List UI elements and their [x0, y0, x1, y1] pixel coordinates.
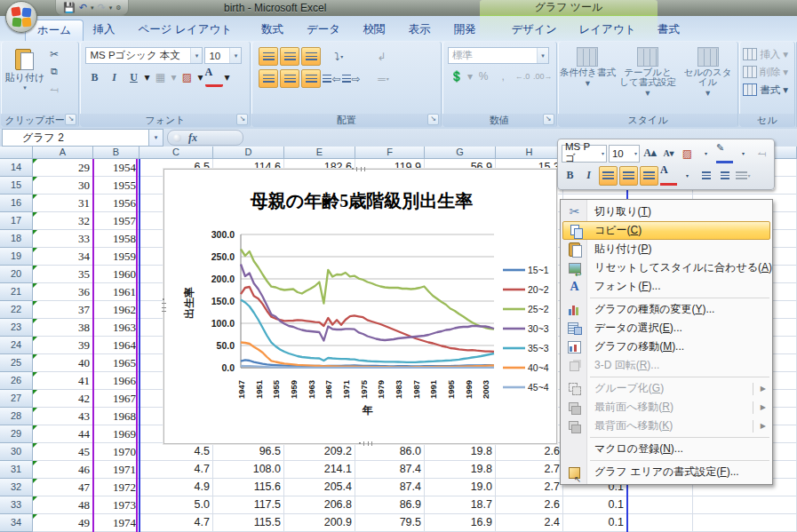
border-button[interactable]: ▦ [152, 69, 170, 86]
select-all-corner[interactable] [0, 147, 33, 159]
border-dropdown-icon[interactable]: ▾ [171, 71, 177, 83]
format-as-table-button[interactable]: テーブルとして書式設定 ▾ [619, 44, 676, 98]
row-header-26[interactable]: 26 [0, 372, 33, 390]
clipboard-dialog-launcher-icon[interactable]: ↘ [65, 114, 76, 125]
font-color-dropdown-icon[interactable]: ▾ [225, 71, 230, 83]
chart-bottom-handle[interactable] [358, 441, 374, 446]
cell-A27[interactable]: 42 [33, 390, 93, 408]
redo-dropdown-icon[interactable]: ▾ [109, 4, 113, 12]
currency-icon[interactable]: 💲 [448, 67, 466, 84]
column-header-D[interactable]: D [213, 147, 284, 159]
customize-qat-icon[interactable]: ⚙ [116, 4, 121, 12]
align-top-button[interactable] [259, 47, 278, 66]
cell-B30[interactable]: 1970 [93, 443, 139, 461]
row-header-17[interactable]: 17 [0, 212, 33, 230]
row-header-33[interactable]: 33 [0, 496, 33, 514]
cell-B15[interactable]: 1955 [93, 177, 139, 195]
cell-A30[interactable]: 45 [33, 443, 93, 461]
cell-H31[interactable]: 2.7 [496, 461, 563, 479]
row-header-20[interactable]: 20 [0, 266, 33, 283]
tab-1[interactable]: 挿入 [82, 20, 127, 40]
save-icon[interactable]: 💾 [63, 3, 76, 12]
cell-E32[interactable]: 205.4 [284, 479, 355, 496]
increase-decimal-icon[interactable]: ←.0 [514, 67, 531, 84]
cell-B22[interactable]: 1962 [93, 301, 139, 319]
name-box-dropdown-icon[interactable]: ▾ [149, 129, 163, 147]
cell-F32[interactable]: 87.4 [355, 479, 425, 496]
column-header-H[interactable]: H [496, 147, 563, 159]
mini-bullets-icon[interactable]: ▾ [735, 167, 752, 185]
column-header-E[interactable]: E [284, 147, 355, 159]
align-bottom-button[interactable] [301, 47, 321, 66]
tab-2[interactable]: ページ レイアウト [127, 20, 244, 40]
font-dialog-launcher-icon[interactable]: ↘ [236, 114, 248, 125]
cell-A19[interactable]: 34 [33, 248, 93, 266]
decrease-decimal-icon[interactable]: .00→ [533, 67, 553, 84]
mini-shrink-font-icon[interactable]: A▾ [660, 145, 677, 163]
cell-F30[interactable]: 86.0 [355, 443, 425, 461]
cell-G30[interactable]: 19.8 [425, 443, 496, 461]
cell-E33[interactable]: 206.8 [284, 496, 355, 514]
tab-5[interactable]: 校閲 [352, 20, 397, 40]
paste-dropdown-icon[interactable]: ▾ [23, 84, 27, 91]
row-header-21[interactable]: 21 [0, 283, 33, 301]
row-header-30[interactable]: 30 [0, 443, 33, 461]
insert-cells-button[interactable]: 挿入 ▾ [743, 46, 793, 62]
cell-B34[interactable]: 1974 [93, 514, 139, 532]
redo-icon[interactable]: ↷ [97, 3, 105, 12]
underline-button[interactable]: U [124, 69, 142, 86]
row-header-16[interactable]: 16 [0, 195, 33, 212]
cell-G31[interactable]: 19.8 [425, 461, 496, 479]
fill-color-icon[interactable]: ▨ [179, 69, 196, 86]
column-header-A[interactable]: A [33, 147, 93, 159]
cell-D34[interactable]: 115.5 [213, 514, 284, 532]
column-header-F[interactable]: F [355, 147, 425, 159]
row-header-19[interactable]: 19 [0, 248, 33, 266]
tab-9[interactable]: レイアウト [568, 20, 648, 40]
alignment-dialog-launcher-icon[interactable]: ↘ [427, 114, 439, 125]
conditional-formatting-button[interactable]: 条件付き書式 ▾ [559, 44, 616, 98]
row-header-14[interactable]: 14 [0, 159, 33, 177]
cell-B16[interactable]: 1956 [93, 195, 139, 212]
cell-A32[interactable]: 47 [33, 479, 93, 496]
tab-10[interactable]: 書式 [646, 20, 691, 40]
increase-indent-icon[interactable]: ⇨ [342, 70, 360, 87]
cell-C32[interactable]: 4.9 [139, 479, 213, 496]
row-header-27[interactable]: 27 [0, 390, 33, 408]
cell-B20[interactable]: 1960 [93, 266, 139, 283]
cell-K33[interactable] [693, 496, 797, 514]
cell-J33[interactable] [627, 496, 693, 514]
row-header-22[interactable]: 22 [0, 301, 33, 319]
formula-input-pill[interactable]: fx [167, 130, 243, 146]
wrap-text-button[interactable]: ↲ [372, 48, 390, 65]
format-painter-icon[interactable]: ⥚ [45, 81, 63, 98]
mini-format-painter-icon[interactable]: ⥚ [753, 145, 770, 163]
cell-A21[interactable]: 36 [33, 283, 93, 301]
cell-A14[interactable]: 29 [33, 159, 93, 177]
undo-dropdown-icon[interactable]: ▾ [91, 4, 94, 12]
fill-color-dropdown-icon[interactable]: ▾ [198, 71, 203, 83]
menu-item-0[interactable]: 切り取り(T) [562, 202, 771, 221]
cut-icon[interactable]: ✂ [45, 45, 63, 62]
row-header-28[interactable]: 28 [0, 408, 33, 425]
cell-A29[interactable]: 44 [33, 425, 93, 443]
cell-H33[interactable]: 2.6 [496, 496, 563, 514]
cell-D31[interactable]: 108.0 [213, 461, 284, 479]
name-box[interactable]: グラフ 2 [2, 129, 149, 147]
cell-A25[interactable]: 40 [33, 354, 93, 372]
menu-item-7[interactable]: データの選択(E)... [562, 319, 771, 337]
cell-B26[interactable]: 1966 [93, 372, 139, 390]
orientation-button[interactable]: ⤵▾ [330, 48, 347, 65]
cell-D30[interactable]: 96.5 [213, 443, 284, 461]
cell-A23[interactable]: 38 [33, 319, 93, 337]
cell-B33[interactable]: 1973 [93, 496, 139, 514]
cell-G34[interactable]: 16.9 [425, 514, 496, 532]
delete-cells-button[interactable]: 削除 ▾ [743, 64, 793, 80]
cell-B21[interactable]: 1961 [93, 283, 139, 301]
cell-E34[interactable]: 200.9 [284, 514, 355, 532]
cell-B28[interactable]: 1968 [93, 408, 139, 425]
cell-J34[interactable] [627, 514, 693, 532]
row-header-29[interactable]: 29 [0, 425, 33, 443]
cell-F31[interactable]: 87.4 [355, 461, 425, 479]
mini-font-color-icon[interactable]: A [660, 165, 677, 186]
